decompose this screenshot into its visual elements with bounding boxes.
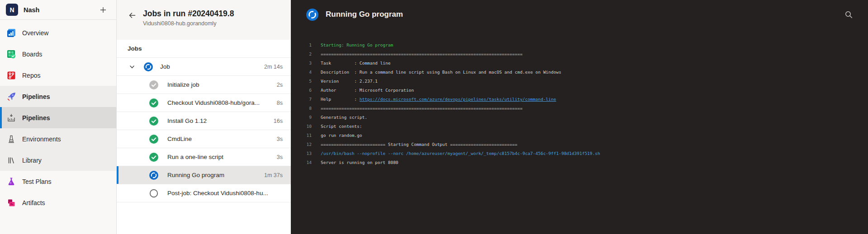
job-step-row[interactable]: Running Go program1m 37s [117,166,291,184]
log-line-number[interactable]: 1 [291,41,312,50]
log-line-content: /usr/bin/bash --noprofile --norc /home/a… [321,151,600,156]
pipelines-sub-icon [5,112,17,124]
sidebar-item-environments[interactable]: Environments [0,128,116,150]
project-sidebar: N Nash OverviewBoardsReposPipelinesPipel… [0,0,117,234]
status-running-icon [149,171,158,180]
status-success-icon [149,153,158,162]
log-line-content: ========================= Starting Comma… [321,142,517,147]
step-duration: 3s [277,154,283,160]
step-label: Running Go program [167,172,260,178]
status-success-icon [149,98,158,108]
log-body: 1Starting: Running Go program2==========… [291,29,868,234]
environments-icon [5,133,17,145]
log-line-content: Server is running on port 8080 [321,160,398,165]
step-duration: 1m 37s [264,172,283,178]
sidebar-item-repos[interactable]: Repos [0,65,116,86]
log-line-number[interactable]: 6 [291,86,312,95]
log-line-text: Author : Microsoft Corporation [321,86,414,95]
repos-icon [5,70,17,81]
log-line-text: go run random.go [321,131,362,140]
sidebar-item-library[interactable]: Library [0,150,116,171]
sidebar-item-label: Overview [22,29,48,37]
jobs-panel: Jobs in run #20240419.8 Vidushi0808-hub.… [117,0,291,234]
log-line-number[interactable]: 10 [291,122,312,131]
job-label: Job [160,63,260,70]
log-line-number[interactable]: 14 [291,158,312,167]
job-step-row[interactable]: CmdLine3s [117,130,291,148]
log-line-text: Description : Run a command line script … [321,68,561,77]
log-line-number[interactable]: 4 [291,68,312,77]
log-line-text: Task : Command line [321,59,390,68]
sidebar-item-label: Pipelines [22,114,50,122]
status-success-icon [149,135,158,144]
log-line-text: Script contents: [321,122,362,131]
page-subtitle: Vidushi0808-hub.gorandomly [143,20,234,27]
sidebar-item-pipelines[interactable]: Pipelines [0,107,116,128]
log-line-content: Version : 2.237.1 [321,79,378,84]
back-icon[interactable] [127,10,138,21]
log-line-text: ========================= Starting Comma… [321,140,517,149]
log-line-prefix: Help : [321,97,360,102]
log-link[interactable]: https://docs.microsoft.com/azure/devops/… [360,97,556,102]
jobs-section-label: Jobs [117,40,291,58]
chevron-down-icon[interactable] [128,62,137,71]
log-line-number[interactable]: 3 [291,59,312,68]
log-line-text: Generating script. [321,113,367,122]
log-line: 6Author : Microsoft Corporation [291,86,868,95]
job-step-row[interactable]: Checkout Vidushi0808-hub/gora...8s [117,94,291,112]
log-line-content: Starting: Running Go program [321,42,393,47]
log-line-number[interactable]: 9 [291,113,312,122]
status-success-gray-icon [149,80,158,89]
library-icon [5,154,17,166]
project-initial: N [9,6,14,14]
step-label: Post-job: Checkout Vidushi0808-hu... [167,190,278,197]
add-icon[interactable] [97,4,109,16]
log-line-text: Version : 2.237.1 [321,77,378,86]
log-line-text: Server is running on port 8080 [321,158,398,167]
job-steps-list: Initialize job2sCheckout Vidushi0808-hub… [117,76,291,202]
log-line-number[interactable]: 12 [291,140,312,149]
sidebar-item-test-plans[interactable]: Test Plans [0,171,116,192]
log-line-number[interactable]: 7 [291,95,312,104]
log-line-number[interactable]: 2 [291,50,312,59]
log-line: 2=======================================… [291,50,868,59]
job-row[interactable]: Job 2m 14s [117,58,291,76]
sidebar-item-boards[interactable]: Boards [0,43,116,65]
log-line: 4Description : Run a command line script… [291,68,868,77]
log-line-content: Author : Microsoft Corporation [321,88,414,93]
project-logo: N [6,4,18,16]
boards-icon [5,48,17,60]
sidebar-item-label: Artifacts [22,199,45,206]
log-line-content: ========================================… [321,51,522,56]
log-line-number[interactable]: 13 [291,149,312,158]
search-icon[interactable] [843,9,854,20]
log-line-text: ========================================… [321,104,522,113]
log-line: 11go run random.go [291,131,868,140]
job-step-row[interactable]: Initialize job2s [117,76,291,94]
page-title: Jobs in run #20240419.8 [143,9,234,19]
job-step-row[interactable]: Install Go 1.1216s [117,112,291,130]
step-duration: 3s [277,136,283,142]
sidebar-item-artifacts[interactable]: Artifacts [0,192,116,213]
artifacts-icon [5,197,17,209]
status-success-icon [149,117,158,126]
sidebar-nav: OverviewBoardsReposPipelinesPipelinesEnv… [0,20,116,213]
log-line-number[interactable]: 11 [291,131,312,140]
sidebar-item-overview[interactable]: Overview [0,22,116,43]
job-step-row[interactable]: Post-job: Checkout Vidushi0808-hu... [117,184,291,202]
sidebar-item-pipelines[interactable]: Pipelines [0,86,116,107]
log-line-number[interactable]: 5 [291,77,312,86]
step-duration: 8s [277,100,283,106]
log-line-text: /usr/bin/bash --noprofile --norc /home/a… [321,149,600,158]
job-step-row[interactable]: Run a one-line script3s [117,148,291,166]
step-label: Checkout Vidushi0808-hub/gora... [167,99,272,106]
log-line-number[interactable]: 8 [291,104,312,113]
step-label: CmdLine [167,136,272,142]
sidebar-item-label: Pipelines [22,93,50,100]
test-plans-icon [5,176,17,187]
log-line-text: Starting: Running Go program [321,41,393,50]
job-duration: 2m 14s [264,64,283,70]
log-header: Running Go program [291,0,868,29]
step-duration: 16s [274,118,283,124]
log-line: 8=======================================… [291,104,868,113]
